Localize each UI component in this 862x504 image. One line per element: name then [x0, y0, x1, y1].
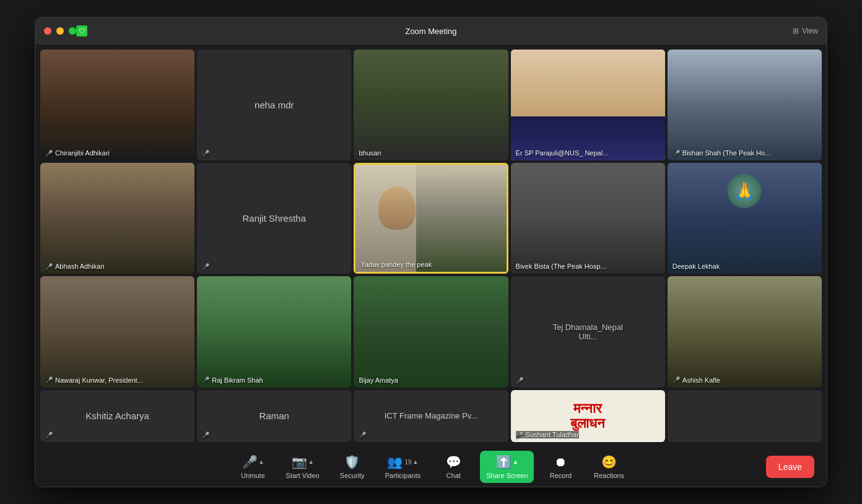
participants-button[interactable]: 👥 19 ▲ Participants [379, 451, 427, 483]
mute-icon-ashish: 🎤 [673, 376, 680, 383]
tile-bishan[interactable]: 🎤 Bishan Shah (The Peak Ho... [668, 50, 822, 160]
tile-deepak[interactable]: 🙏 Deepak Lekhak [668, 163, 822, 274]
tile-bhusan[interactable]: bhusan [354, 50, 508, 160]
participant-name-deepak: Deepak Lekhak [673, 263, 720, 270]
participant-name-ranjit: Ranjit Shrestha [243, 213, 307, 224]
unmute-label: Unmute [241, 472, 265, 479]
minimize-button[interactable] [56, 27, 64, 35]
participant-name-ashish: 🎤 Ashish Kafle [673, 376, 720, 384]
participant-name-nawaraj: 🎤 Nawaraj Kunwar, President... [45, 376, 143, 384]
mute-icon-raj: 🎤 [202, 376, 209, 383]
mute-ict: 🎤 [359, 432, 366, 438]
window-title: Zoom Meeting [405, 27, 456, 36]
mute-kshitiz: 🎤 [45, 432, 53, 438]
grid-icon: ⊞ [793, 27, 799, 35]
record-icon: ⏺ [554, 455, 567, 469]
traffic-lights [44, 27, 76, 35]
participant-name-neha: neha mdr [255, 100, 294, 110]
participant-name-bhusan: bhusan [359, 149, 381, 157]
participant-name-tej: Tej Dhamala_Nepal Ulti... [549, 323, 627, 341]
participant-name-sushant: 🎤 Sushant Tuladhar [516, 431, 579, 438]
reactions-label: Reactions [594, 472, 624, 479]
mute-icon-bishan: 🎤 [673, 150, 680, 157]
video-row-4: Kshitiz Acharya 🎤 Raman 🎤 ICT Frame Maga… [40, 390, 822, 442]
tile-sp[interactable]: Er SP Parajuli@NUS_ Nepal... [511, 50, 665, 160]
tile-tej[interactable]: Tej Dhamala_Nepal Ulti... 🎤 [511, 276, 665, 387]
reactions-button[interactable]: 😊 Reactions [587, 451, 630, 483]
close-button[interactable] [44, 27, 51, 35]
tile-sushant[interactable]: मन्नारबुलाधन 🎤 Sushant Tuladhar [511, 390, 665, 442]
tile-empty [668, 390, 822, 442]
view-button[interactable]: ⊞ View [793, 27, 818, 35]
mute-icon-chiranjibi: 🎤 [45, 150, 53, 157]
share-screen-label: Share Screen [486, 472, 528, 479]
participants-count: 19 [404, 459, 411, 466]
tile-raj[interactable]: 🎤 Raj Bikram Shah [197, 276, 351, 387]
mute-icon-ranjit: 🎤 [202, 263, 209, 270]
name-with-mute-neha: 🎤 [202, 150, 209, 157]
tile-kshitiz[interactable]: Kshitiz Acharya 🎤 [40, 390, 194, 442]
tile-bivek[interactable]: Bivek Bista (The Peak Hosp... [511, 163, 665, 274]
share-arrow[interactable]: ▲ [513, 459, 518, 465]
titlebar: 🛡 Zoom Meeting ⊞ View [35, 17, 827, 45]
record-button[interactable]: ⏺ Record [539, 451, 582, 483]
participant-name-raj: 🎤 Raj Bikram Shah [202, 376, 263, 384]
mute-icon-ict: 🎤 [359, 432, 366, 438]
tile-ranjit[interactable]: Ranjit Shrestha 🎤 [197, 163, 351, 274]
zoom-window: 🛡 Zoom Meeting ⊞ View 🎤 Chiranjibi Adhik… [35, 17, 827, 487]
tile-neha[interactable]: neha mdr 🎤 [197, 50, 351, 160]
unmute-arrow[interactable]: ▲ [259, 459, 264, 465]
mute-icon-neha: 🎤 [202, 150, 209, 157]
video-row-2: 🎤 Abhash Adhikari Ranjit Shrestha 🎤 [40, 163, 822, 274]
microphone-muted-icon: 🎤 [242, 454, 258, 469]
toolbar: 🎤 ▲ Unmute 📷 ▲ Start Video 🛡️ Security 👥… [35, 447, 827, 487]
security-button[interactable]: 🛡️ Security [331, 451, 374, 483]
chat-label: Chat [446, 472, 461, 479]
tile-raman[interactable]: Raman 🎤 [197, 390, 351, 442]
participants-arrow[interactable]: ▲ [413, 459, 419, 465]
tile-chiranjibi[interactable]: 🎤 Chiranjibi Adhikari [40, 50, 194, 160]
participant-name-yadav: Yadav pandey the peak [360, 261, 432, 268]
participants-label: Participants [385, 472, 420, 479]
tile-nawaraj[interactable]: 🎤 Nawaraj Kunwar, President... [40, 276, 194, 387]
video-row-3: 🎤 Nawaraj Kunwar, President... 🎤 Raj Bik… [40, 276, 822, 387]
mute-tej: 🎤 [516, 377, 523, 384]
mute-icon-raman: 🎤 [202, 432, 209, 438]
unmute-button[interactable]: 🎤 ▲ Unmute [232, 451, 275, 483]
participant-name-raman: Raman [259, 411, 289, 421]
participant-name-sp: Er SP Parajuli@NUS_ Nepal... [516, 149, 609, 157]
tile-abhash[interactable]: 🎤 Abhash Adhikari [40, 163, 194, 274]
mute-raman: 🎤 [202, 432, 209, 438]
view-label: View [802, 27, 818, 35]
mute-ranjit: 🎤 [202, 263, 209, 270]
mute-icon-nawaraj: 🎤 [45, 376, 53, 383]
video-grid: 🎤 Chiranjibi Adhikari neha mdr 🎤 bhusan [40, 50, 822, 442]
start-video-button[interactable]: 📷 ▲ Start Video [280, 451, 326, 483]
meeting-area: 🎤 Chiranjibi Adhikari neha mdr 🎤 bhusan [35, 45, 827, 447]
security-shield-icon: 🛡 [76, 25, 87, 37]
participant-name-bijay: Bijay Amatya [359, 376, 398, 384]
participant-name-chiranjibi: 🎤 Chiranjibi Adhikari [45, 149, 110, 157]
video-off-icon: 📷 [292, 454, 307, 469]
participant-name-ict: ICT Frame Magazine Pv... [385, 411, 478, 420]
start-video-label: Start Video [286, 472, 320, 479]
tile-bijay[interactable]: Bijay Amatya [354, 276, 508, 387]
participant-name-bivek: Bivek Bista (The Peak Hosp... [516, 263, 606, 270]
video-arrow[interactable]: ▲ [308, 459, 314, 465]
security-icon: 🛡️ [344, 454, 360, 469]
tile-yadav[interactable]: Yadav pandey the peak [354, 163, 508, 274]
video-row-1: 🎤 Chiranjibi Adhikari neha mdr 🎤 bhusan [40, 50, 822, 160]
chat-button[interactable]: 💬 Chat [432, 451, 475, 483]
mute-icon-sushant: 🎤 [516, 432, 523, 438]
tile-ashish[interactable]: 🎤 Ashish Kafle [668, 276, 822, 387]
maximize-button[interactable] [69, 27, 76, 35]
share-screen-button[interactable]: ⬆️ ▲ Share Screen [480, 451, 534, 483]
participant-name-abhash: 🎤 Abhash Adhikari [45, 263, 105, 270]
mute-icon-abhash: 🎤 [45, 263, 53, 270]
chat-icon: 💬 [446, 454, 461, 469]
participants-icon: 👥 [387, 454, 403, 469]
security-label: Security [340, 472, 365, 479]
leave-button[interactable]: Leave [766, 456, 814, 478]
tile-ict[interactable]: ICT Frame Magazine Pv... 🎤 [354, 390, 508, 442]
mute-icon-kshitiz: 🎤 [45, 432, 53, 438]
